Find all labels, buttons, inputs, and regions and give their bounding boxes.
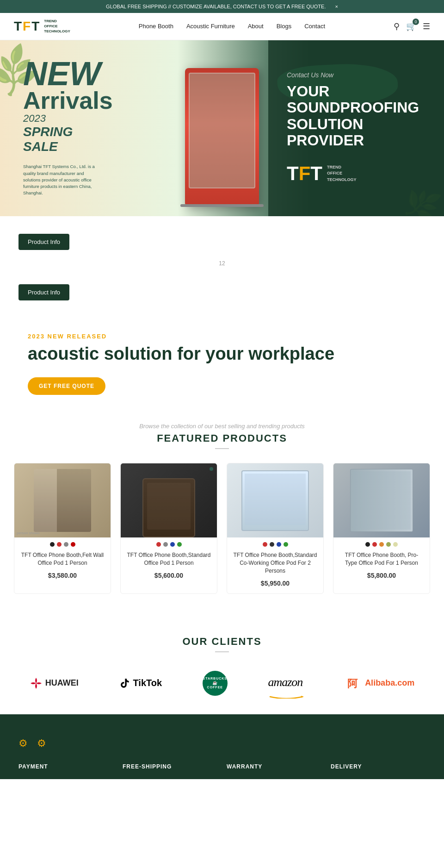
tagline-section: 2023 NEW RELEASED acoustic solution for … bbox=[0, 314, 444, 400]
product-card-3[interactable]: TFT Office Phone Booth,Standard Co-Worki… bbox=[227, 463, 324, 593]
product-image-2 bbox=[121, 463, 217, 537]
footer-delivery-title: DELIVERY bbox=[331, 763, 426, 770]
product-colors-4 bbox=[333, 537, 430, 550]
new-released-label: 2023 NEW RELEASED bbox=[28, 333, 416, 340]
nav-acoustic-furniture[interactable]: Acoustic Furniture bbox=[186, 23, 235, 30]
nav-phone-booth[interactable]: Phone Booth bbox=[139, 23, 173, 30]
client-huawei: HUAWEI bbox=[30, 677, 79, 690]
page-number: 12 bbox=[219, 260, 225, 267]
product-price-1: $3,580.00 bbox=[14, 569, 111, 586]
amazon-logo: amazon bbox=[268, 675, 305, 691]
clients-logos: HUAWEI TikTok STARBUCKS ☕ COFFEE amazon bbox=[14, 671, 430, 696]
search-icon[interactable]: ⚲ bbox=[394, 21, 400, 31]
client-starbucks: STARBUCKS ☕ COFFEE bbox=[203, 671, 228, 696]
color-dot bbox=[163, 542, 168, 547]
svg-marker-0 bbox=[301, 696, 304, 698]
hero-logo-text: TREND OFFICE TECHNOLOGY bbox=[327, 164, 357, 183]
product-colors-1 bbox=[14, 537, 111, 550]
color-dot bbox=[170, 542, 175, 547]
cart-badge: 0 bbox=[413, 19, 419, 25]
booth-visual-4 bbox=[333, 463, 430, 537]
hero-logo-tft: TFT bbox=[287, 162, 322, 185]
tiktok-label: TikTok bbox=[133, 678, 162, 688]
color-dot bbox=[393, 542, 398, 547]
huawei-label: HUAWEI bbox=[45, 678, 79, 688]
product-info-section-2: Product Info bbox=[0, 270, 444, 314]
featured-title: FEATURED PRODUCTS bbox=[14, 432, 430, 444]
hero-new-label: NEW bbox=[23, 59, 162, 89]
color-dot bbox=[156, 542, 161, 547]
color-dot bbox=[270, 542, 274, 547]
tagline-main-text: acoustic solution for your workplace bbox=[28, 343, 416, 365]
client-amazon: amazon bbox=[268, 675, 305, 691]
color-dot bbox=[57, 542, 62, 547]
color-dot bbox=[50, 542, 55, 547]
starbucks-logo: STARBUCKS ☕ COFFEE bbox=[203, 671, 228, 696]
filter-icon: ⚙ bbox=[37, 737, 46, 749]
color-dot bbox=[177, 542, 182, 547]
featured-products-section: Browse the collection of our best sellin… bbox=[0, 400, 444, 612]
top-banner-text: GLOBAL FREE SHIPPING // CUSTOMIZE AVAILA… bbox=[106, 4, 326, 9]
color-dot bbox=[372, 542, 377, 547]
get-quote-button[interactable]: GET FREE QUOTE bbox=[28, 377, 105, 395]
nav-about[interactable]: About bbox=[248, 23, 264, 30]
product-image-1: person shown bbox=[14, 463, 111, 537]
color-dot bbox=[386, 542, 391, 547]
product-card-2[interactable]: TFT Office Phone Booth,Standard Office P… bbox=[120, 463, 217, 593]
product-image-3 bbox=[227, 463, 323, 537]
booth-visual-1 bbox=[14, 463, 111, 537]
footer-icons: ⚙ ⚙ bbox=[18, 737, 426, 749]
hero-description: Shanghai TFT Systems Co., Ltd. is a qual… bbox=[23, 163, 97, 196]
color-dot bbox=[365, 542, 370, 547]
product-name-3: TFT Office Phone Booth,Standard Co-Worki… bbox=[227, 550, 323, 576]
close-icon[interactable]: × bbox=[335, 4, 338, 9]
product-price-2: $5,600.00 bbox=[121, 569, 217, 586]
logo[interactable]: TFT TREND OFFICE TECHNOLOGY bbox=[14, 19, 70, 34]
product-price-4: $5,800.00 bbox=[333, 569, 430, 586]
footer-col-warranty: WARRANTY bbox=[227, 763, 321, 770]
featured-subtitle: Browse the collection of our best sellin… bbox=[14, 423, 430, 430]
product-name-2: TFT Office Phone Booth,Standard Office P… bbox=[121, 550, 217, 569]
nav-contact[interactable]: Contact bbox=[304, 23, 325, 30]
clients-divider bbox=[215, 651, 229, 652]
hero-logo: TFT TREND OFFICE TECHNOLOGY bbox=[287, 162, 356, 185]
menu-icon[interactable]: ☰ bbox=[423, 21, 430, 31]
product-info-section-1: Product Info bbox=[0, 216, 444, 256]
color-dot bbox=[71, 542, 75, 547]
client-alibaba: 阿 Alibaba.com bbox=[345, 675, 414, 692]
hero-year: 2023 bbox=[23, 112, 162, 125]
cart-icon[interactable]: 🛒 0 bbox=[406, 21, 416, 31]
product-name-1: TFT Office Phone Booth,Felt Wall Office … bbox=[14, 550, 111, 569]
hero-right-content: Contact Us Now YOUR SOUNDPROOFING SOLUTI… bbox=[268, 40, 444, 216]
products-grid: person shown TFT Office Phone Booth,Felt… bbox=[14, 463, 430, 593]
clients-section: OUR CLIENTS HUAWEI TikTok STARBUCKS bbox=[0, 612, 444, 714]
huawei-icon bbox=[30, 677, 43, 690]
footer: ⚙ ⚙ PAYMENT FREE-SHIPPING WARRANTY DELIV… bbox=[0, 714, 444, 779]
hero-tagline: YOUR SOUNDPROOFING SOLUTION PROVIDER bbox=[287, 83, 426, 149]
footer-col-shipping: FREE-SHIPPING bbox=[123, 763, 217, 770]
hero-product-image bbox=[176, 40, 268, 216]
color-dot bbox=[284, 542, 288, 547]
client-tiktok: TikTok bbox=[119, 678, 162, 689]
header-icons: ⚲ 🛒 0 ☰ bbox=[394, 21, 430, 31]
booth-visual-2 bbox=[121, 463, 217, 537]
footer-payment-title: PAYMENT bbox=[18, 763, 113, 770]
pagination: 12 bbox=[0, 260, 444, 267]
product-colors-3 bbox=[227, 537, 323, 550]
alibaba-icon: 阿 bbox=[345, 675, 362, 692]
footer-col-payment: PAYMENT bbox=[18, 763, 113, 770]
product-info-button-2[interactable]: Product Info bbox=[18, 284, 69, 300]
product-name-4: TFT Office Phone Booth, Pro-Type Office … bbox=[333, 550, 430, 569]
clients-title: OUR CLIENTS bbox=[14, 636, 430, 648]
product-price-3: $5,950.00 bbox=[227, 577, 323, 593]
footer-col-delivery: DELIVERY bbox=[331, 763, 426, 770]
product-card-4[interactable]: TFT Office Phone Booth, Pro-Type Office … bbox=[333, 463, 430, 593]
settings-icon: ⚙ bbox=[18, 737, 28, 749]
booth-visual-3 bbox=[227, 463, 323, 537]
nav-blogs[interactable]: Blogs bbox=[277, 23, 292, 30]
footer-warranty-title: WARRANTY bbox=[227, 763, 321, 770]
hero-left-content: NEW Arrivals 2023 SPRING SALE Shanghai T… bbox=[0, 40, 176, 216]
hero-spring-label: SPRING bbox=[23, 125, 162, 139]
product-card-1[interactable]: person shown TFT Office Phone Booth,Felt… bbox=[14, 463, 111, 593]
product-info-button-1[interactable]: Product Info bbox=[18, 234, 69, 250]
